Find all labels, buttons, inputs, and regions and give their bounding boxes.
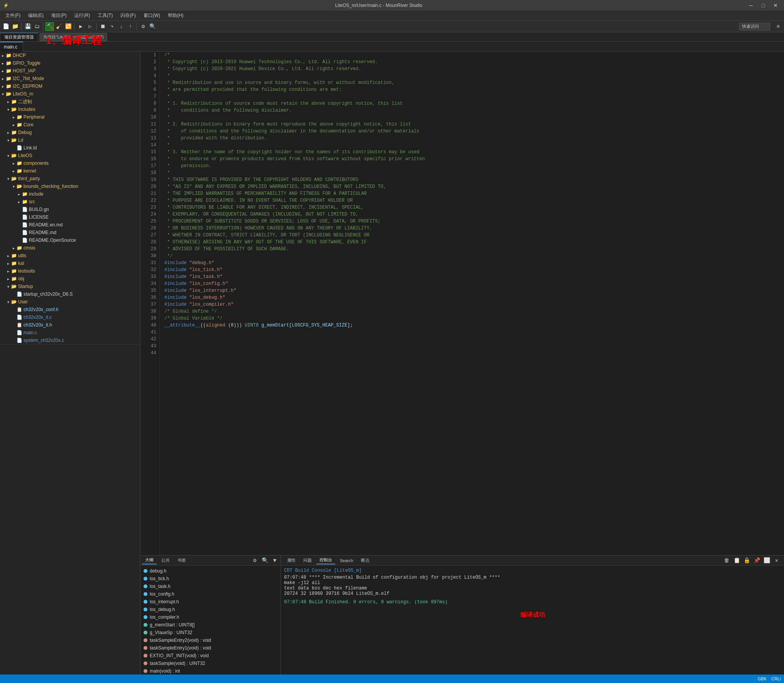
sidebar-item-utils[interactable]: ▸📁utils — [0, 252, 140, 259]
sidebar-item-testsuits[interactable]: ▸📁testsuits — [0, 267, 140, 275]
open-button[interactable]: 📁 — [11, 22, 19, 31]
outline-item-0[interactable]: debug.h — [140, 567, 281, 575]
console-close[interactable]: ✕ — [772, 556, 781, 565]
menu-tools[interactable]: 工具(T) — [94, 12, 117, 20]
sidebar-item-readme-md[interactable]: 📄README.md — [0, 229, 140, 236]
tab-shared[interactable]: 公共 — [158, 557, 173, 564]
sidebar-horizontal-scroll[interactable] — [0, 344, 140, 347]
sidebar-item-bounds-checking[interactable]: ▾📂bounds_checking_function — [0, 182, 140, 190]
outline-item-7[interactable]: g_memStart : UINT8[] — [140, 621, 281, 629]
tab-project-explorer[interactable]: 项目资源管理器 — [0, 33, 38, 41]
close-button[interactable]: ✕ — [770, 2, 781, 9]
sidebar-item-includes[interactable]: ▾📂Includes — [0, 105, 140, 113]
sidebar-item-system-c[interactable]: 📄system_ch32v20x.c — [0, 336, 140, 344]
sidebar-item-liteos-m[interactable]: ▾📂LiteOS_m — [0, 90, 140, 98]
search-button[interactable]: 🔍 — [148, 22, 157, 31]
sidebar-item-kal[interactable]: ▸📁kal — [0, 259, 140, 267]
tab-bookmarks[interactable]: 书签 — [174, 557, 189, 564]
stop-button[interactable]: ⏹ — [99, 22, 107, 31]
sidebar-item-kernel[interactable]: ▸📁kernel — [0, 167, 140, 175]
console-clear[interactable]: 🗑 — [722, 556, 731, 565]
outline-item-9[interactable]: taskSampleEntry2(void) : void — [140, 636, 281, 644]
sidebar-item-src[interactable]: ▸📁src — [0, 198, 140, 206]
sidebar-item-i2c-7bit[interactable]: ▸📁I2C_7bit_Mode — [0, 75, 140, 82]
sidebar-item-core[interactable]: ▸📁Core — [0, 121, 140, 129]
sidebar-item-startup-file[interactable]: 📄startup_ch32v20x_D6.S — [0, 290, 140, 298]
maximize-button[interactable]: □ — [758, 2, 769, 9]
menu-project[interactable]: 项目(P) — [47, 12, 70, 20]
outline-item-1[interactable]: los_tick.h — [140, 575, 281, 583]
sidebar-item-cmsis[interactable]: ▸📁cmsis — [0, 244, 140, 252]
outline-item-4[interactable]: los_interrupt.h — [140, 598, 281, 606]
sidebar-item-peripheral[interactable]: ▸📁Peripheral — [0, 113, 140, 121]
outline-item-8[interactable]: g_VIaueSp : UINT32 — [140, 629, 281, 636]
tab-problems[interactable]: 问题 — [300, 557, 315, 564]
new-file-button[interactable]: 📄 — [2, 22, 10, 31]
sidebar-item-ch32-conf-h[interactable]: 📋ch32v20x_conf.h — [0, 306, 140, 313]
sidebar-item-gpio-toggle[interactable]: ▸📁GPIO_Toggle — [0, 59, 140, 67]
console-scroll-lock[interactable]: 🔒 — [742, 556, 751, 565]
debug-button[interactable]: ▶ — [77, 22, 85, 31]
sidebar-item-main-c[interactable]: 📄main.c — [0, 329, 140, 336]
sidebar-item-readme-en[interactable]: 📄README.en.md — [0, 221, 140, 229]
tab-breakpoints[interactable]: 断点 — [358, 557, 373, 564]
rebuild-button[interactable]: 🔁 — [64, 22, 72, 31]
step-out-button[interactable]: ↑ — [126, 22, 135, 31]
outline-item-6[interactable]: los_compiler.h — [140, 613, 281, 621]
save-all-button[interactable]: 🗂 — [33, 22, 41, 31]
menu-help[interactable]: 帮助(H) — [164, 12, 187, 20]
menu-flash[interactable]: 闪存(F) — [117, 12, 139, 20]
tab-search[interactable]: Search — [337, 557, 356, 564]
menu-file[interactable]: 文件(F) — [2, 12, 24, 20]
sidebar-item-ch32-it-c[interactable]: 📄ch32v20x_it.c — [0, 313, 140, 321]
outline-action-3[interactable]: ▼ — [271, 556, 279, 565]
tab-properties[interactable]: 属性 — [284, 557, 299, 564]
sidebar-item-liteos[interactable]: ▾📂LiteOS — [0, 152, 140, 159]
console-copy[interactable]: 📋 — [732, 556, 741, 565]
build-button[interactable]: 🔨 — [45, 22, 54, 31]
save-button[interactable]: 💾 — [23, 22, 32, 31]
sidebar-item-host-iap[interactable]: ▸📁HOST_IAP — [0, 67, 140, 75]
outline-action-2[interactable]: 🔍 — [261, 556, 269, 565]
outline-item-12[interactable]: taskSample(void) : UINT32 — [140, 660, 281, 667]
outline-item-5[interactable]: los_debug.h — [140, 606, 281, 613]
sidebar-item-user[interactable]: ▾📂User — [0, 298, 140, 306]
quick-search-input[interactable] — [739, 23, 770, 30]
tab-outline[interactable]: 大纲 — [142, 556, 157, 564]
outline-item-2[interactable]: los_task.h — [140, 583, 281, 590]
outline-item-13[interactable]: main(void) : int — [140, 667, 281, 675]
outline-item-11[interactable]: EXTIO_INT_INIT(void) : void — [140, 652, 281, 660]
sidebar-item-i2c-eeprom[interactable]: ▸📁I2C_EEPROM — [0, 82, 140, 90]
tab-console[interactable]: 控制台 — [316, 556, 335, 564]
menu-edit[interactable]: 编辑(E) — [24, 12, 47, 20]
outline-item-3[interactable]: los_config.h — [140, 590, 281, 598]
build-tooltip-tab[interactable]: 为项目"LiteOS_m"构建"obj" (F7) — [40, 33, 107, 41]
step-into-button[interactable]: ↓ — [117, 22, 125, 31]
menu-run[interactable]: 运行(R) — [70, 12, 94, 20]
sidebar-item-components[interactable]: ▸📁components — [0, 159, 140, 167]
code-content[interactable]: /* * Copyright (c) 2013-2019 Huawei Tech… — [160, 52, 784, 555]
console-maximize[interactable]: ⬜ — [762, 556, 771, 565]
run-button[interactable]: ▷ — [86, 22, 94, 31]
sidebar-item-dhcp[interactable]: ▸📁DHCP — [0, 52, 140, 59]
sidebar-item-ld[interactable]: ▾📂Ld — [0, 136, 140, 144]
sidebar-item-include[interactable]: ▸📁include — [0, 190, 140, 198]
sidebar-item-link-ld[interactable]: 📄Link.ld — [0, 144, 140, 152]
step-over-button[interactable]: ↷ — [108, 22, 116, 31]
outline-item-10[interactable]: taskSampleEntry1(void) : void — [140, 644, 281, 652]
sidebar-item-build-gn[interactable]: 📄BUILD.gn — [0, 206, 140, 213]
sidebar-item-er-jinjie[interactable]: ▸📁二进制 — [0, 98, 140, 105]
tab-main-c[interactable]: main.c — [0, 42, 23, 52]
console-pin[interactable]: 📌 — [752, 556, 761, 565]
sidebar-item-ch32-it-h[interactable]: 📋ch32v20x_it.h — [0, 321, 140, 329]
sidebar-item-startup[interactable]: ▾📂Startup — [0, 283, 140, 290]
menu-window[interactable]: 窗口(W) — [140, 12, 164, 20]
sidebar-item-obj[interactable]: ▸📁obj — [0, 275, 140, 283]
minimize-button[interactable]: ─ — [746, 2, 756, 9]
toolbar-menu-button[interactable]: ≡ — [774, 22, 782, 31]
sidebar-item-license[interactable]: 📄LICENSE — [0, 213, 140, 221]
build-clean-button[interactable]: 🧹 — [55, 22, 63, 31]
sidebar-item-third-party[interactable]: ▾📂third_party — [0, 175, 140, 182]
sidebar-item-debug[interactable]: ▸📁Debug — [0, 129, 140, 136]
settings-button[interactable]: ⚙ — [139, 22, 147, 31]
